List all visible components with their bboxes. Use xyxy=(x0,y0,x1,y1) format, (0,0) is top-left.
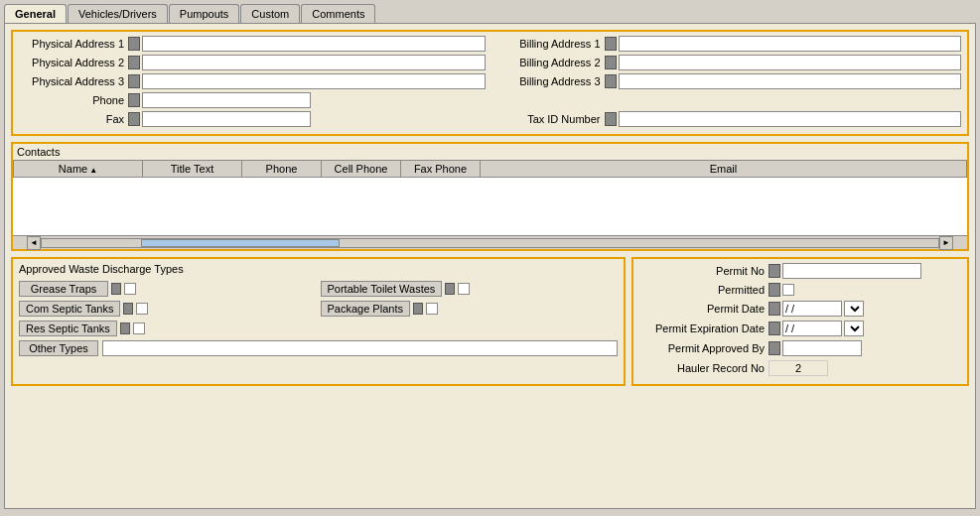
col-name[interactable]: Name▲ xyxy=(14,161,143,178)
permit-approved-icon xyxy=(769,341,780,355)
com-septic-item: Com Septic Tanks xyxy=(19,301,317,317)
com-septic-icon xyxy=(123,303,133,315)
waste-section: Approved Waste Discharge Types Grease Tr… xyxy=(11,257,626,386)
billing-address-2-input[interactable] xyxy=(619,55,962,70)
contacts-rows xyxy=(13,178,967,235)
res-septic-icon xyxy=(120,322,130,334)
permit-no-input[interactable] xyxy=(782,263,921,279)
tax-id-label: Tax ID Number xyxy=(495,113,605,125)
billing-address-2-icon xyxy=(605,56,617,69)
other-types-row: Other Types xyxy=(19,340,618,356)
physical-address-3-label: Physical Address 3 xyxy=(19,75,128,87)
physical-address-1-label: Physical Address 1 xyxy=(19,38,128,50)
physical-address-2-label: Physical Address 2 xyxy=(19,57,128,68)
permitted-label: Permitted xyxy=(639,284,769,296)
other-types-input[interactable] xyxy=(102,340,618,356)
contacts-header: Contacts xyxy=(13,144,967,160)
res-septic-button[interactable]: Res Septic Tanks xyxy=(19,321,117,336)
permitted-checkbox[interactable] xyxy=(782,284,794,296)
permit-date-icon xyxy=(769,302,780,316)
permit-approved-input[interactable] xyxy=(782,340,862,356)
phone-label: Phone xyxy=(19,94,128,106)
physical-address-2-input[interactable] xyxy=(142,55,486,70)
grease-traps-button[interactable]: Grease Traps xyxy=(19,281,108,297)
permit-exp-input[interactable] xyxy=(782,321,842,336)
col-phone[interactable]: Phone xyxy=(242,161,322,178)
grease-traps-item: Grease Traps xyxy=(19,281,317,297)
billing-address-3-input[interactable] xyxy=(619,73,962,89)
contacts-table: Name▲ Title Text Phone Cell Phone Fax Ph… xyxy=(13,160,967,178)
package-plants-item: Package Plants xyxy=(321,301,619,317)
col-title[interactable]: Title Text xyxy=(143,161,242,178)
res-septic-checkbox[interactable] xyxy=(133,322,145,334)
permit-date-group: ▼ xyxy=(782,301,864,317)
permit-date-dropdown[interactable]: ▼ xyxy=(844,301,864,317)
com-septic-checkbox[interactable] xyxy=(136,303,148,315)
grease-traps-checkbox[interactable] xyxy=(124,283,136,295)
address-section: Physical Address 1 Physical Address 2 Ph… xyxy=(11,30,969,136)
permit-exp-dropdown[interactable]: ▼ xyxy=(844,321,864,336)
waste-section-title: Approved Waste Discharge Types xyxy=(19,263,618,275)
tab-pumpouts[interactable]: Pumpouts xyxy=(169,4,240,23)
permit-no-label: Permit No xyxy=(639,265,769,277)
billing-address-1-input[interactable] xyxy=(619,36,962,52)
col-cell[interactable]: Cell Phone xyxy=(322,161,401,178)
hauler-label: Hauler Record No xyxy=(639,362,769,374)
permitted-icon xyxy=(769,283,780,297)
package-plants-checkbox[interactable] xyxy=(426,303,438,315)
permit-exp-icon xyxy=(769,322,780,335)
scroll-right-btn[interactable]: ► xyxy=(939,236,953,250)
portable-toilet-icon xyxy=(445,283,455,295)
physical-address-2-icon xyxy=(128,56,140,69)
grease-traps-icon xyxy=(111,283,121,295)
contacts-scrollbar[interactable]: ◄ ► xyxy=(13,235,967,249)
tab-vehicles[interactable]: Vehicles/Drivers xyxy=(68,4,168,23)
tab-bar: General Vehicles/Drivers Pumpouts Custom… xyxy=(0,0,980,23)
tax-id-input[interactable] xyxy=(619,111,962,127)
package-plants-button[interactable]: Package Plants xyxy=(321,301,410,317)
billing-address-3-label: Billing Address 3 xyxy=(495,75,605,87)
phone-icon xyxy=(128,93,140,107)
permit-exp-label: Permit Expiration Date xyxy=(639,322,769,334)
billing-address-3-icon xyxy=(605,74,617,88)
res-septic-item: Res Septic Tanks xyxy=(19,321,317,336)
h-scroll-thumb[interactable] xyxy=(141,239,340,247)
portable-toilet-button[interactable]: Portable Toilet Wastes xyxy=(321,281,443,297)
bottom-section: Approved Waste Discharge Types Grease Tr… xyxy=(11,257,969,386)
com-septic-button[interactable]: Com Septic Tanks xyxy=(19,301,120,317)
tax-id-icon xyxy=(605,112,617,126)
permit-date-label: Permit Date xyxy=(639,303,769,315)
fax-label: Fax xyxy=(19,113,128,125)
tab-general[interactable]: General xyxy=(4,4,67,23)
physical-address-1-input[interactable] xyxy=(142,36,486,52)
physical-address-1-icon xyxy=(128,37,140,51)
tab-custom[interactable]: Custom xyxy=(240,4,300,23)
col-fax[interactable]: Fax Phone xyxy=(401,161,481,178)
permit-section: Permit No Permitted Permit Date ▼ Permit… xyxy=(631,257,969,386)
billing-address-1-label: Billing Address 1 xyxy=(495,38,605,50)
other-types-button[interactable]: Other Types xyxy=(19,340,98,356)
physical-address-3-icon xyxy=(128,74,140,88)
permit-exp-group: ▼ xyxy=(782,321,864,336)
portable-toilet-item: Portable Toilet Wastes xyxy=(321,281,619,297)
portable-toilet-checkbox[interactable] xyxy=(458,283,470,295)
permit-date-input[interactable] xyxy=(782,301,842,317)
tab-comments[interactable]: Comments xyxy=(301,4,375,23)
billing-address-1-icon xyxy=(605,37,617,51)
package-plants-icon xyxy=(413,303,423,315)
permit-approved-label: Permit Approved By xyxy=(639,342,769,354)
h-scroll-track[interactable] xyxy=(41,238,939,248)
fax-input[interactable] xyxy=(142,111,311,127)
scroll-left-btn[interactable]: ◄ xyxy=(27,236,41,250)
physical-address-3-input[interactable] xyxy=(142,73,486,89)
contacts-section: Contacts Name▲ Title Text Phone Cell Pho… xyxy=(11,142,969,251)
fax-icon xyxy=(128,112,140,126)
permit-no-icon xyxy=(769,264,780,278)
main-content: Physical Address 1 Physical Address 2 Ph… xyxy=(4,23,976,509)
phone-input[interactable] xyxy=(142,92,311,108)
billing-address-2-label: Billing Address 2 xyxy=(495,57,605,68)
col-email[interactable]: Email xyxy=(481,161,967,178)
hauler-value: 2 xyxy=(769,360,828,376)
